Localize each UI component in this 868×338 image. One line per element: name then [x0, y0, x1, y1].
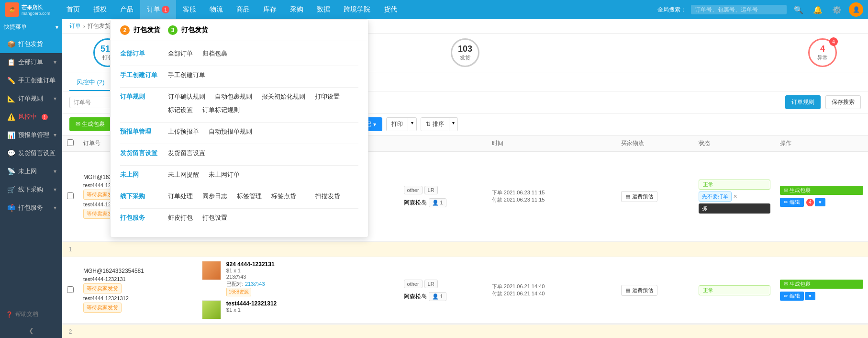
- row1-generate-parcel-btn[interactable]: ✉ 生成包裹: [780, 186, 863, 195]
- menu-customs-rule[interactable]: 报关初始化规则: [262, 91, 305, 102]
- menu-offline-remind[interactable]: 未上网提醒: [168, 169, 199, 180]
- nav-service[interactable]: 客服: [176, 0, 203, 19]
- sidebar-item-pack-service[interactable]: 📫 打包服务 ▾: [0, 199, 62, 217]
- row2-generate-parcel-btn[interactable]: ✉ 生成包裹: [780, 280, 863, 289]
- nav-auth[interactable]: 授权: [87, 0, 113, 19]
- menu-section-msg: 发货留言设置 发货留言设置: [120, 148, 358, 158]
- menu-confirm-rule[interactable]: 订单确认规则: [168, 91, 205, 102]
- row1-more-btn[interactable]: ▾: [815, 198, 825, 206]
- sidebar-item-offline[interactable]: 📡 未上网 ▾: [0, 162, 62, 180]
- row1-checkbox[interactable]: [67, 192, 74, 199]
- settings-icon[interactable]: ⚙️: [830, 3, 844, 17]
- select-all-checkbox[interactable]: [67, 139, 74, 146]
- nav-data[interactable]: 数据: [310, 0, 337, 19]
- menu-manual-create[interactable]: 手工创建订单: [168, 70, 205, 80]
- sidebar-item-manual-create[interactable]: ✏️ 手工创建订单: [0, 71, 62, 90]
- menu-all-orders[interactable]: 全部订单: [168, 48, 193, 59]
- row1-lr-tag: LR: [424, 186, 438, 194]
- menu-label-pick[interactable]: 标签点货: [271, 191, 296, 202]
- row1-edit-btn[interactable]: ✏ 编辑: [780, 198, 804, 207]
- nav-purchase[interactable]: 采购: [283, 0, 310, 19]
- sidebar-item-order-rules[interactable]: 📐 订单规则 ▾: [0, 90, 62, 108]
- row1-no-print-tag: 先不要打单: [699, 192, 732, 202]
- menu-label-pack-service: 打包服务: [120, 213, 168, 223]
- sidebar-item-preorder[interactable]: 📊 预报单管理 ▾: [0, 126, 62, 144]
- search-icon[interactable]: 🔍: [791, 3, 806, 17]
- sidebar-item-pack[interactable]: 📦 打包发货: [0, 35, 62, 53]
- menu-auto-pack-rule[interactable]: 自动包裹规则: [215, 91, 252, 102]
- row2-product2-price: $1 x 1: [226, 307, 277, 313]
- menu-print-settings[interactable]: 打印设置: [315, 91, 340, 102]
- offline-icon: 📡: [7, 168, 15, 175]
- logo[interactable]: 🥭 芒果店长 mangoerp.com: [5, 2, 50, 17]
- menu-order-process[interactable]: 订单处理: [168, 191, 193, 202]
- nav-order[interactable]: 订单 1: [140, 0, 176, 19]
- menu-mark-rule[interactable]: 订单标记规则: [202, 105, 240, 115]
- row2-checkbox[interactable]: [67, 286, 74, 293]
- generate-btn[interactable]: ✉ 生成包裹: [69, 117, 111, 131]
- row2-product1-match[interactable]: 213の43: [245, 281, 265, 287]
- sidebar-collapse-btn[interactable]: ❮: [0, 323, 62, 338]
- row2-freight-btn[interactable]: ▤ 运费预估: [621, 285, 657, 296]
- avatar[interactable]: 👤: [849, 2, 863, 17]
- step-ship-label: 发货: [460, 54, 470, 61]
- menu-archive[interactable]: 归档包裹: [202, 48, 227, 59]
- divider-2: [120, 87, 358, 88]
- menu-offline-orders[interactable]: 未上网订单: [209, 169, 240, 180]
- order-rule-btn[interactable]: 订单规则: [785, 95, 821, 109]
- sidebar-help[interactable]: ❓ 帮助文档: [0, 305, 62, 323]
- row2-status: 正常: [694, 257, 775, 324]
- print-arrow[interactable]: ▾: [408, 118, 416, 131]
- divider-6: [120, 187, 358, 187]
- menu-upload-preorder[interactable]: 上传预报单: [168, 126, 199, 137]
- sort-btn-split: ⇅ 排序 ▾: [421, 117, 457, 131]
- nav-academy[interactable]: 跨境学院: [337, 0, 377, 19]
- sort-arrow[interactable]: ▾: [449, 118, 457, 131]
- step-abnormal[interactable]: 4 异常 4: [808, 38, 837, 67]
- nav-logistics[interactable]: 物流: [203, 0, 230, 19]
- notification-icon[interactable]: 🔔: [811, 3, 825, 17]
- nav-home[interactable]: 首页: [60, 0, 87, 19]
- nav-goods[interactable]: 商品: [230, 0, 256, 19]
- global-search-input[interactable]: [691, 5, 787, 14]
- row2-wait1: 等待卖家发货: [83, 283, 122, 293]
- dropdown-body: 全部订单 全部订单 归档包裹 手工创建订单 手工创建订单 订单规则 订单确认规则…: [111, 41, 368, 237]
- global-search-label: 全局搜索：: [657, 6, 686, 14]
- step-ship-count: 103: [458, 44, 472, 54]
- sort-btn[interactable]: ⇅ 排序: [421, 118, 448, 131]
- row2-edit-btn[interactable]: ✏ 编辑: [780, 292, 804, 301]
- row1-pay-date: 付款 2021.06.23 11:15: [492, 196, 612, 203]
- menu-delivery-msg[interactable]: 发货留言设置: [168, 148, 205, 158]
- menu-items-msg: 发货留言设置: [168, 148, 205, 158]
- logo-text: 芒果店长: [22, 4, 50, 11]
- abnormal-badge: 4: [829, 37, 838, 46]
- menu-sync-log[interactable]: 同步日志: [202, 191, 227, 202]
- menu-auto-preorder-rule[interactable]: 自动预报单规则: [209, 126, 252, 137]
- save-search-btn[interactable]: 保存搜索: [825, 95, 861, 109]
- sidebar-item-message[interactable]: 💬 发货留言设置: [0, 144, 62, 162]
- sidebar-item-risk[interactable]: ⚠️ 风控中 !: [0, 108, 62, 126]
- sidebar: 快捷菜单 ▾ 📦 打包发货 📋 全部订单 ▾ ✏️ 手工创建订单 📐 订单规则 …: [0, 19, 62, 338]
- menu-shrimp-pack[interactable]: 虾皮打包: [168, 213, 193, 223]
- sidebar-item-all-orders[interactable]: 📋 全部订单 ▾: [0, 53, 62, 71]
- row1-no-print-close[interactable]: ✕: [733, 193, 737, 200]
- menu-pack-settings[interactable]: 打包设置: [202, 213, 227, 223]
- print-btn[interactable]: 打印: [387, 118, 408, 131]
- menu-label-mgmt[interactable]: 标签管理: [237, 191, 262, 202]
- breadcrumb-order[interactable]: 订单: [69, 22, 81, 30]
- nav-inventory[interactable]: 库存: [256, 0, 283, 19]
- nav-product[interactable]: 产品: [113, 0, 140, 19]
- sidebar-item-offline-purchase[interactable]: 🛒 线下采购 ▾: [0, 180, 62, 199]
- menu-scan-deliver[interactable]: 扫描发货: [315, 191, 340, 202]
- menu-mark-settings[interactable]: 标记设置: [168, 105, 193, 115]
- tab-risk[interactable]: 风控中 (2): [69, 75, 112, 91]
- menu-items-pack-service: 虾皮打包 打包设置: [168, 213, 227, 223]
- nav-freight[interactable]: 货代: [377, 0, 404, 19]
- row2-lr-tag: LR: [424, 280, 438, 288]
- row2-more-btn[interactable]: ▾: [805, 292, 815, 300]
- row2-product1-qty: 213の43: [226, 273, 275, 281]
- step-ship[interactable]: 103 发货: [451, 38, 479, 67]
- sidebar-quick-menu[interactable]: 快捷菜单 ▾: [0, 19, 62, 35]
- row1-freight-btn[interactable]: ▤ 运费预估: [621, 191, 657, 202]
- row1-buyer: 阿森松岛: [404, 199, 427, 207]
